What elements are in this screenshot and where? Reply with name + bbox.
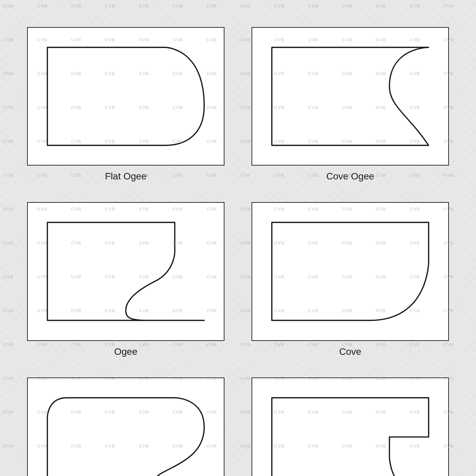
shape-cell-ogee: Ogee (27, 202, 224, 357)
shape-container-cove-ogee (252, 27, 449, 166)
ogee-label: Ogee (114, 346, 137, 357)
shape-container-ogee (27, 202, 224, 341)
cove-svg (252, 203, 448, 340)
ogee-svg (28, 203, 224, 340)
cove-ogee-svg (252, 28, 448, 165)
shape-container-bullnose-ogee (27, 377, 224, 476)
bullnose-ogee-svg (28, 378, 224, 476)
shape-container-cove-dupont (252, 377, 449, 476)
flat-ogee-label: Flat Ogee (105, 171, 147, 182)
cove-ogee-label: Cove Ogee (326, 171, 374, 182)
cove-dupont-svg (252, 378, 448, 476)
shape-cell-bullnose-ogee: Bullnose Ogee (27, 377, 224, 476)
shape-container-cove (252, 202, 449, 341)
flat-ogee-svg (28, 28, 224, 165)
shape-cell-cove-ogee: Cove Ogee (252, 27, 449, 182)
shape-container-flat-ogee (27, 27, 224, 166)
shape-cell-flat-ogee: Flat Ogee (27, 27, 224, 182)
main-grid: Flat Ogee Cove Ogee Ogee Cove (0, 0, 476, 476)
cove-label: Cove (339, 346, 361, 357)
shape-cell-cove: Cove (252, 202, 449, 357)
shape-cell-cove-dupont: Cove Dupont (252, 377, 449, 476)
